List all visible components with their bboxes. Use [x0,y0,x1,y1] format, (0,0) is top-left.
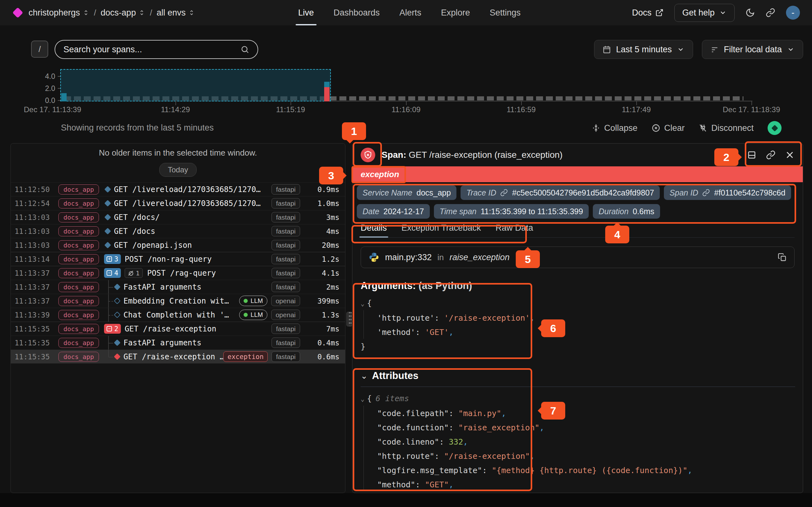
span-name: GET /openapi.json [114,241,192,250]
list-item[interactable]: 11:13:37docs_appEmbedding Creation wit…L… [11,294,345,308]
meta-badge: Duration0.6ms [593,204,660,219]
service-badge[interactable]: docs_app [58,212,99,222]
breadcrumb-separator: / [94,8,96,18]
docs-link[interactable]: Docs [632,8,664,18]
list-item[interactable]: 11:13:39docs_appChat Completion with '…L… [11,308,345,322]
service-badge[interactable]: docs_app [58,226,99,236]
span-name: POST /non-rag-query [125,255,212,264]
search-bar [55,40,258,59]
meta-value: docs_app [416,188,451,198]
code-value: "GET" [425,480,449,489]
list-item[interactable]: 11:12:50docs_appGET /livereload/12703636… [11,182,345,196]
hidden-spans-badge[interactable]: 1 [125,268,143,278]
origin-badge: fastapi [271,212,300,222]
chart-bar[interactable] [61,93,67,101]
tree-connector [104,336,113,349]
today-pill[interactable]: Today [159,163,197,177]
service-badge[interactable]: docs_app [58,268,99,278]
nav-tab-dashboards[interactable]: Dashboards [334,0,380,25]
copy-icon[interactable] [778,253,786,262]
expand-toggle-badge[interactable]: +3 [104,254,121,264]
detail-tab-raw-data[interactable]: Raw Data [496,223,533,237]
live-connection-indicator[interactable] [768,121,781,135]
nav-actions: Docs Get help - [632,4,800,22]
user-avatar[interactable]: - [786,6,800,20]
collapse-icon [592,124,600,132]
hidden-count: 1 [136,269,140,277]
clear-button[interactable]: Clear [652,123,685,133]
search-input[interactable] [63,45,241,55]
list-item[interactable]: 11:13:14docs_app+3POST /non-rag-queryfas… [11,252,345,266]
span-duration: 7ms [304,325,339,333]
meta-value: 11:15:35.399 to 11:15:35.399 [480,207,583,216]
service-badge[interactable]: docs_app [58,254,99,264]
chart-bar[interactable] [324,82,329,87]
caret-updown-icon [83,9,90,16]
origin-badge: openai [271,296,300,306]
attributes-divider [361,387,795,387]
link-icon[interactable] [702,189,710,196]
breadcrumb-project[interactable]: docs-app [101,8,145,18]
source-location-row[interactable]: main.py:332 in raise_exception [361,246,795,268]
code-key: "code.function" [377,423,449,432]
meta-label: Service Name [362,188,412,198]
search-icon [241,45,249,54]
span-timestamp: 11:13:37 [14,283,58,291]
exception-tag: exception [223,351,268,362]
share-link-icon[interactable] [766,8,775,17]
time-range-button[interactable]: Last 5 minutes [594,40,693,59]
service-badge[interactable]: docs_app [58,184,99,194]
service-badge[interactable]: docs_app [58,282,99,292]
panel-resize-handle[interactable] [346,312,352,326]
list-item[interactable]: 11:13:37docs_appFastAPI argumentsfastapi… [11,280,345,294]
collapse-button[interactable]: Collapse [592,123,638,133]
get-help-button[interactable]: Get help [674,4,734,22]
link-icon[interactable] [500,189,508,196]
meta-label: Date [362,207,379,216]
service-badge[interactable]: docs_app [58,296,99,306]
nav-tab-explore[interactable]: Explore [441,0,470,25]
disconnect-button[interactable]: Disconnect [699,123,754,133]
service-badge[interactable]: docs_app [58,199,99,209]
list-item[interactable]: 11:13:37docs_app−41POST /rag-queryfastap… [11,266,345,280]
list-item[interactable]: 11:13:03docs_appGET /docs/fastapi3ms [11,210,345,224]
service-badge[interactable]: docs_app [58,352,99,362]
list-item[interactable]: 11:15:35docs_app−2GET /raise-exceptionfa… [11,322,345,336]
service-badge[interactable]: docs_app [58,240,99,250]
list-item[interactable]: 11:15:35docs_appGET /raise-exception …ex… [11,349,345,363]
detail-tab-exception-traceback[interactable]: Exception Traceback [402,223,481,237]
close-icon[interactable] [785,150,795,160]
copy-link-icon[interactable] [766,150,775,160]
service-badge[interactable]: docs_app [58,310,99,320]
timeline-chart[interactable]: 4.0 2.0 0.0 Dec 17. 11:13:3911:14:2911:1… [0,66,812,116]
panel-layout-icon[interactable] [747,150,757,160]
code-key: "http.route" [377,452,435,461]
nav-tab-settings[interactable]: Settings [490,0,521,25]
logfire-logo-icon[interactable] [12,7,23,18]
chevron-down-icon [677,46,684,53]
list-item[interactable]: 11:15:35docs_appFastAPI argumentsfastapi… [11,336,345,349]
breadcrumb-org[interactable]: christophergs [29,8,90,18]
chart-selection-window[interactable] [60,69,331,101]
attributes-header[interactable]: ⌄ Attributes [361,370,803,382]
expand-toggle-badge[interactable]: −2 [104,324,121,334]
breadcrumb-separator: / [150,8,152,18]
theme-toggle-moon-icon[interactable] [745,8,755,17]
annotation-tag-5: 5 [516,250,540,268]
nav-tab-live[interactable]: Live [298,0,314,25]
exception-banner: exception [352,166,803,182]
list-item[interactable]: 11:13:03docs_appGET /openapi.jsonfastapi… [11,238,345,252]
breadcrumb-env[interactable]: all envs [157,8,195,18]
detail-tab-details[interactable]: Details [361,223,387,237]
service-badge[interactable]: docs_app [58,338,99,348]
expand-toggle-badge[interactable]: −4 [104,268,121,278]
child-count: 4 [114,269,118,277]
filter-local-data-button[interactable]: Filter local data [702,40,803,59]
origin-badge: openai [271,309,300,320]
list-item[interactable]: 11:12:54docs_appGET /livereload/12703636… [11,196,345,210]
expand-sign-icon: − [107,270,112,276]
chart-bar[interactable] [324,87,329,101]
nav-tab-alerts[interactable]: Alerts [399,0,421,25]
list-item[interactable]: 11:13:03docs_appGET /docsfastapi4ms [11,224,345,238]
service-badge[interactable]: docs_app [58,324,99,334]
